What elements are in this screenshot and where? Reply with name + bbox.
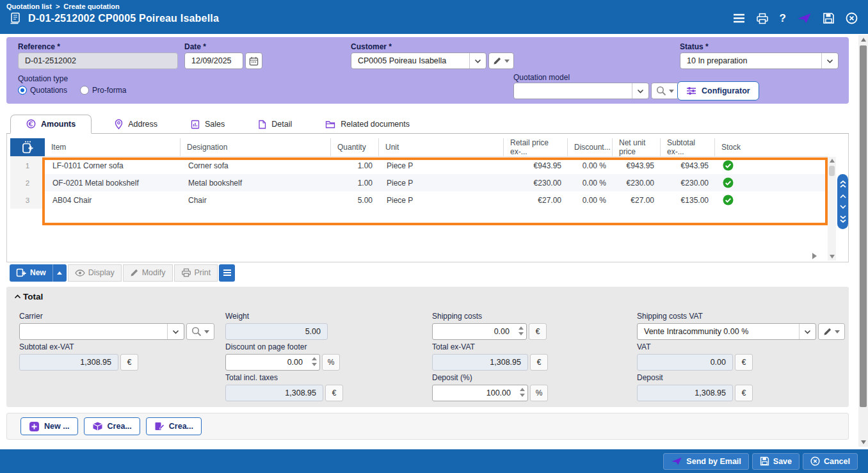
radio-checked-icon[interactable] <box>18 86 27 95</box>
first-row-button[interactable] <box>840 180 846 188</box>
chevron-down-icon[interactable] <box>167 324 184 339</box>
add-line-button[interactable] <box>10 138 45 156</box>
new-line-button[interactable]: New <box>10 264 67 282</box>
table-row[interactable]: 3 AB04 Chair Chair 5.00 Piece P €27.00 0… <box>10 191 828 209</box>
chevron-down-icon[interactable] <box>799 324 816 339</box>
new-document-button[interactable]: New ... <box>20 417 78 435</box>
create-invoice-button[interactable]: Crea... <box>146 417 202 435</box>
save-icon <box>760 456 769 466</box>
radio-quotations[interactable]: Quotations <box>18 86 67 95</box>
quotation-document-icon <box>9 12 22 25</box>
send-icon <box>671 457 682 465</box>
col-header-net-unit-price[interactable]: Net unit price <box>613 138 661 156</box>
tab-detail[interactable]: Detail <box>248 115 302 133</box>
chevron-down-icon[interactable] <box>469 53 486 68</box>
new-line-dropdown[interactable] <box>52 264 67 282</box>
deposit-pct-input[interactable] <box>432 385 528 401</box>
spinner-control[interactable] <box>518 326 524 335</box>
total-section: Total Carrier Weight <box>6 287 849 407</box>
col-header-subtotal[interactable]: Subtotal ex-... <box>661 138 715 156</box>
quotation-type-label: Quotation type <box>18 74 68 83</box>
spinner-control[interactable] <box>312 357 317 366</box>
total-collapse-header[interactable]: Total <box>14 292 43 301</box>
percent-unit-button[interactable]: % <box>322 354 340 371</box>
reference-field: D-01-2512002 <box>18 52 178 69</box>
scroll-right-arrow-icon[interactable] <box>812 253 817 259</box>
print-icon[interactable] <box>756 13 769 24</box>
items-table: Item Designation Quantity Unit Retail pr… <box>6 134 849 262</box>
col-header-stock[interactable]: Stock <box>715 138 828 156</box>
currency-unit-button[interactable]: € <box>529 323 547 340</box>
next-row-button[interactable] <box>840 205 846 209</box>
radio-pro-forma[interactable]: Pro-forma <box>80 86 126 95</box>
shipping-costs-vat-edit-button[interactable] <box>818 323 845 340</box>
currency-unit-button[interactable]: € <box>530 354 548 371</box>
more-actions-button[interactable] <box>219 264 235 282</box>
shipping-costs-input[interactable] <box>432 323 527 340</box>
create-order-button[interactable]: Crea... <box>84 417 140 435</box>
vat-label: VAT <box>637 342 753 351</box>
menu-icon <box>223 269 232 277</box>
configurator-button[interactable]: Configurator <box>677 81 759 100</box>
save-icon[interactable] <box>823 12 835 24</box>
previous-row-button[interactable] <box>840 195 846 198</box>
customer-select[interactable]: CP0005 Poireau Isabella <box>351 52 486 69</box>
print-line-button[interactable]: Print <box>174 264 218 282</box>
last-row-button[interactable] <box>840 216 846 223</box>
chevron-down-icon[interactable] <box>821 53 838 68</box>
currency-unit-button[interactable]: € <box>735 385 753 401</box>
tab-address[interactable]: Address <box>104 115 168 133</box>
table-row[interactable]: 1 LF-0101 Corner sofa Corner sofa 1.00 P… <box>10 157 828 174</box>
tab-related-documents[interactable]: Related documents <box>315 115 420 133</box>
col-header-designation[interactable]: Designation <box>181 138 331 156</box>
quotation-model-search-button[interactable] <box>651 83 679 99</box>
tab-amounts[interactable]: Amounts <box>10 115 92 134</box>
modify-button[interactable]: Modify <box>123 264 173 282</box>
quotation-model-select[interactable] <box>513 83 649 99</box>
carrier-search-button[interactable] <box>186 323 214 340</box>
col-header-item[interactable]: Item <box>45 138 181 156</box>
table-vertical-scrollbar[interactable] <box>828 157 836 261</box>
shipping-costs-vat-select[interactable]: Vente Intracommunity 0.00 % <box>637 323 816 340</box>
page-scrollbar[interactable] <box>858 35 868 447</box>
breadcrumb-create-quotation[interactable]: Create quotation <box>63 3 119 10</box>
col-header-unit[interactable]: Unit <box>379 138 504 156</box>
calendar-icon[interactable] <box>245 52 262 69</box>
col-header-discount[interactable]: Discount... <box>568 138 613 156</box>
percent-unit-button[interactable]: % <box>530 385 548 401</box>
chevron-down-icon[interactable] <box>632 83 648 99</box>
display-button[interactable]: Display <box>68 264 122 282</box>
currency-unit-button[interactable]: € <box>735 354 753 371</box>
save-button[interactable]: Save <box>752 453 800 470</box>
carrier-select[interactable] <box>19 323 184 340</box>
scroll-down-arrow-icon <box>861 440 866 444</box>
pencil-icon <box>130 268 139 277</box>
euro-coin-icon <box>26 119 36 129</box>
discount-footer-input[interactable] <box>225 354 320 371</box>
table-row[interactable]: 2 OF-0201 Metal bookshelf Metal bookshel… <box>10 174 828 191</box>
radio-unchecked-icon[interactable] <box>80 86 89 95</box>
status-select[interactable]: 10 In preparation <box>680 52 839 69</box>
menu-icon[interactable] <box>733 13 745 23</box>
currency-unit-button[interactable]: € <box>325 385 343 401</box>
send-by-email-button[interactable]: Send by Email <box>663 453 748 470</box>
cancel-icon[interactable] <box>846 12 858 24</box>
send-icon[interactable] <box>797 13 812 24</box>
stock-ok-icon <box>715 160 828 171</box>
col-header-quantity[interactable]: Quantity <box>331 138 379 156</box>
customer-edit-button[interactable] <box>488 52 514 69</box>
cancel-button[interactable]: Cancel <box>803 453 858 470</box>
help-icon[interactable]: ? <box>780 13 786 24</box>
scroll-down-arrow-icon <box>830 255 835 259</box>
tab-sales[interactable]: Sales <box>181 115 235 133</box>
spinner-control[interactable] <box>520 388 525 397</box>
currency-unit-button[interactable]: € <box>120 354 138 371</box>
package-icon <box>92 421 103 431</box>
spinner-up-icon <box>312 357 317 360</box>
col-header-retail-price[interactable]: Retail price ex-... <box>504 138 568 156</box>
date-input[interactable] <box>184 52 243 69</box>
scroll-up-arrow-icon <box>830 159 835 163</box>
search-icon <box>656 86 666 96</box>
breadcrumb-quotation-list[interactable]: Quotation list <box>6 3 52 10</box>
spinner-down-icon <box>520 394 525 397</box>
